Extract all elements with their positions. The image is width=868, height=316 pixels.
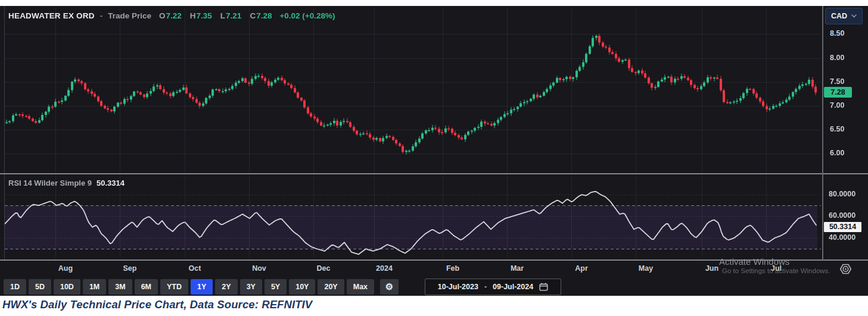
range-button-1d[interactable]: 1D: [4, 279, 26, 295]
chevron-down-icon: [851, 14, 857, 18]
ohlc-item-l: L7.21: [220, 11, 242, 20]
ohlc-values: O7.22H7.35L7.21C7.28: [157, 11, 272, 20]
ohlc-item-c: C7.28: [250, 11, 272, 20]
chart-header: HEADWATER EX ORD - Trade Price O7.22H7.3…: [8, 10, 335, 21]
rsi-label: RSI 14 Wilder Simple 9: [8, 179, 92, 187]
activate-windows-watermark: Activate Windows: [719, 256, 789, 267]
activate-windows-watermark-sub: Go to Settings to activate Windows.: [722, 267, 830, 274]
month-label-may: May: [633, 264, 659, 273]
price-rsi-chart-canvas[interactable]: [0, 6, 822, 260]
range-button-1y[interactable]: 1Y: [191, 279, 213, 295]
rsi-tick-label: 60.0000: [829, 211, 855, 220]
rsi-tick-label: 40.0000: [829, 233, 855, 242]
range-button-max[interactable]: Max: [347, 279, 374, 295]
crosshair-target-glyph: [839, 262, 853, 276]
range-button-5y[interactable]: 5Y: [265, 279, 287, 295]
currency-label: CAD: [831, 12, 847, 20]
price-tick-label: 8.50: [830, 29, 844, 37]
range-button-3m[interactable]: 3M: [108, 279, 132, 295]
gear-icon[interactable]: ⚙: [380, 279, 399, 295]
price-axis-separator: [822, 6, 823, 260]
month-label-dec: Dec: [310, 264, 337, 273]
month-label-nov: Nov: [246, 264, 272, 273]
month-label-sep: Sep: [117, 264, 143, 273]
date-separator: -: [484, 283, 487, 291]
month-label-feb: Feb: [440, 264, 466, 273]
range-button-5d[interactable]: 5D: [29, 279, 51, 295]
last-price-badge: 7.28: [824, 87, 852, 98]
month-label-2024: 2024: [371, 264, 397, 273]
month-label-mar: Mar: [504, 264, 530, 273]
range-button-10y[interactable]: 10Y: [289, 279, 315, 295]
date-range-picker[interactable]: 10-Jul-2023 - 09-Jul-2024: [425, 279, 561, 295]
pane-divider[interactable]: [0, 173, 868, 174]
price-tick-label: 7.50: [830, 77, 844, 86]
currency-dropdown[interactable]: CAD: [825, 8, 863, 24]
price-tick-label: 6.50: [830, 125, 844, 133]
price-tick-label: 6.00: [830, 149, 844, 157]
header-separator: -: [100, 11, 103, 20]
range-button-10d[interactable]: 10D: [54, 279, 80, 295]
calendar-icon[interactable]: [539, 283, 548, 291]
range-button-1m[interactable]: 1M: [83, 279, 106, 295]
page: HEADWATER EX ORD - Trade Price O7.22H7.3…: [0, 0, 868, 316]
month-label-oct: Oct: [182, 264, 208, 273]
plot-left-border: [4, 6, 5, 260]
month-label-aug: Aug: [52, 264, 79, 273]
range-button-ytd[interactable]: YTD: [160, 279, 188, 295]
chart-caption: HWX's Daily Technical Price Chart, Data …: [2, 298, 312, 311]
range-button-2y[interactable]: 2Y: [215, 279, 237, 295]
ohlc-item-o: O7.22: [159, 11, 182, 20]
range-button-20y[interactable]: 20Y: [318, 279, 344, 295]
ohlc-item-h: H7.35: [190, 11, 212, 20]
rsi-header: RSI 14 Wilder Simple 9 50.3314: [8, 179, 125, 187]
price-change: +0.02 (+0.28%): [279, 11, 335, 20]
month-label-apr: Apr: [568, 264, 595, 273]
series-label: Trade Price: [108, 11, 151, 20]
rsi-value: 50.3314: [97, 179, 125, 187]
instrument-name: HEADWATER EX ORD: [8, 11, 95, 20]
range-toolbar: 1D5D10D1M3M6MYTD1Y2Y3Y5Y10Y20YMax⚙: [4, 279, 399, 295]
date-to[interactable]: 09-Jul-2024: [493, 283, 533, 291]
price-tick-label: 7.00: [830, 101, 844, 109]
price-tick-label: 8.00: [830, 54, 844, 62]
date-from[interactable]: 10-Jul-2023: [438, 283, 478, 291]
range-button-6m[interactable]: 6M: [135, 279, 158, 295]
rsi-value-badge: 50.3314: [824, 222, 861, 232]
rsi-tick-label: 80.0000: [829, 190, 855, 198]
crosshair-target-icon[interactable]: [836, 261, 854, 277]
range-button-3y[interactable]: 3Y: [240, 279, 262, 295]
